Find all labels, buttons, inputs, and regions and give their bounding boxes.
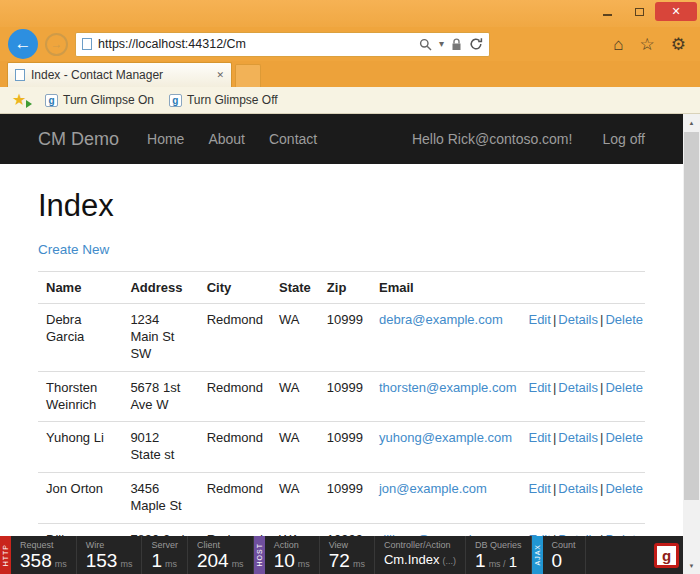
page-content: Index Create New Name Address City State — [0, 164, 683, 574]
forward-button[interactable]: → — [45, 33, 68, 56]
account-link[interactable]: Hello Rick@contoso.com! — [412, 131, 573, 147]
web-page: CM Demo Home About Contact Hello Rick@co… — [0, 114, 683, 574]
delete-link[interactable]: Delete — [605, 380, 643, 395]
scroll-up-icon[interactable]: ▲ — [683, 114, 700, 131]
address-bar-icons: ▾ — [419, 37, 483, 51]
glimpse-favicon: g — [45, 94, 58, 107]
glimpse-http-tag[interactable]: HTTP — [0, 536, 11, 574]
gear-icon[interactable]: ⚙ — [671, 36, 686, 53]
vertical-scrollbar[interactable]: ▲ ▼ — [683, 114, 700, 574]
cell-zip: 10999 — [319, 422, 371, 473]
maximize-button[interactable] — [623, 2, 655, 21]
glimpse-metric-request[interactable]: Request 358ms — [11, 536, 77, 574]
email-link[interactable]: jon@example.com — [379, 481, 487, 496]
email-link[interactable]: yuhong@example.com — [379, 430, 512, 445]
cell-city: Redmond — [199, 304, 271, 372]
maximize-icon — [635, 8, 644, 16]
browser-tab[interactable]: Index - Contact Manager ✕ — [7, 62, 232, 87]
header-state: State — [271, 272, 319, 304]
delete-link[interactable]: Delete — [605, 430, 643, 445]
details-link[interactable]: Details — [558, 481, 598, 496]
nav-contact[interactable]: Contact — [269, 131, 317, 147]
header-city: City — [199, 272, 271, 304]
glimpse-logo[interactable]: g — [654, 543, 679, 568]
nav-about[interactable]: About — [208, 131, 245, 147]
glimpse-metric-controller-action[interactable]: Controller/Action Cm.Index(...) — [375, 536, 466, 574]
create-new-link[interactable]: Create New — [38, 242, 109, 257]
email-link[interactable]: thorsten@example.com — [379, 380, 516, 395]
address-bar[interactable]: https://localhost:44312/Cm ▾ — [75, 32, 490, 57]
separator: | — [600, 312, 603, 327]
glimpse-favicon: g — [169, 94, 182, 107]
scroll-down-icon[interactable]: ▼ — [683, 557, 700, 574]
favorites-star-icon[interactable]: ☆ — [640, 36, 655, 53]
cell-address: 3456 Maple St — [122, 473, 198, 524]
search-icon[interactable] — [419, 38, 432, 51]
glimpse-host-tag[interactable]: HOST — [254, 536, 265, 574]
header-address: Address — [122, 272, 198, 304]
cell-zip: 10999 — [319, 304, 371, 372]
header-actions — [524, 272, 645, 304]
close-button[interactable]: ✕ — [655, 2, 697, 21]
chevron-down-icon[interactable]: ▾ — [439, 39, 444, 49]
cell-state: WA — [271, 304, 319, 372]
glimpse-ajax-tag[interactable]: AJAX — [532, 536, 543, 574]
logoff-link[interactable]: Log off — [602, 131, 645, 147]
minimize-button[interactable] — [591, 2, 623, 21]
separator: | — [600, 481, 603, 496]
glimpse-metric-action[interactable]: Action 10ms — [265, 536, 320, 574]
header-zip: Zip — [319, 272, 371, 304]
glimpse-metric-db-queries[interactable]: DB Queries 1ms /1 — [466, 536, 532, 574]
favorite-turn-glimpse-off[interactable]: g Turn Glimpse Off — [169, 93, 278, 107]
glimpse-metric-wire[interactable]: Wire 153ms — [77, 536, 143, 574]
cell-zip: 10999 — [319, 371, 371, 422]
contacts-table: Name Address City State Zip Email Debra … — [38, 271, 645, 574]
cell-address: 5678 1st Ave W — [122, 371, 198, 422]
table-header-row: Name Address City State Zip Email — [38, 272, 645, 304]
edit-link[interactable]: Edit — [528, 430, 550, 445]
cell-address: 9012 State st — [122, 422, 198, 473]
favorite-label: Turn Glimpse On — [63, 93, 154, 107]
header-email: Email — [371, 272, 524, 304]
table-row: Yuhong Li 9012 State st Redmond WA 10999… — [38, 422, 645, 473]
glimpse-metric-view[interactable]: View 72ms — [320, 536, 375, 574]
nav-home[interactable]: Home — [147, 131, 184, 147]
glimpse-metric-client[interactable]: Client 204ms — [188, 536, 254, 574]
glimpse-spacer — [586, 536, 654, 574]
brand-link[interactable]: CM Demo — [38, 129, 119, 150]
delete-link[interactable]: Delete — [605, 312, 643, 327]
arrow-icon — [26, 100, 32, 108]
glimpse-hud[interactable]: HTTP Request 358ms Wire 153ms Server 1ms… — [0, 536, 683, 574]
lock-icon — [451, 38, 462, 51]
cell-state: WA — [271, 371, 319, 422]
delete-link[interactable]: Delete — [605, 481, 643, 496]
star-icon: ★ — [12, 91, 26, 108]
new-tab-button[interactable] — [235, 64, 261, 87]
page-icon — [82, 38, 92, 50]
scrollbar-thumb[interactable] — [684, 132, 699, 500]
minimize-icon — [603, 14, 612, 16]
favorite-label: Turn Glimpse Off — [187, 93, 278, 107]
details-link[interactable]: Details — [558, 380, 598, 395]
edit-link[interactable]: Edit — [528, 312, 550, 327]
edit-link[interactable]: Edit — [528, 380, 550, 395]
url-text[interactable]: https://localhost:44312/Cm — [98, 37, 413, 51]
cell-state: WA — [271, 422, 319, 473]
tab-close-icon[interactable]: ✕ — [216, 70, 224, 80]
home-icon[interactable]: ⌂ — [613, 36, 623, 53]
back-button[interactable]: ← — [8, 29, 38, 59]
cell-city: Redmond — [199, 473, 271, 524]
edit-link[interactable]: Edit — [528, 481, 550, 496]
details-link[interactable]: Details — [558, 312, 598, 327]
cell-address: 1234 Main St SW — [122, 304, 198, 372]
separator: | — [553, 481, 556, 496]
details-link[interactable]: Details — [558, 430, 598, 445]
add-favorite-icon[interactable]: ★ — [12, 91, 30, 109]
glimpse-metric-count[interactable]: Count 0 — [543, 536, 586, 574]
refresh-icon[interactable] — [469, 37, 483, 51]
toolbar-icons: ⌂ ☆ ⚙ — [613, 36, 692, 53]
glimpse-metric-server[interactable]: Server 1ms — [142, 536, 188, 574]
favorite-turn-glimpse-on[interactable]: g Turn Glimpse On — [45, 93, 154, 107]
email-link[interactable]: debra@example.com — [379, 312, 503, 327]
cell-state: WA — [271, 473, 319, 524]
